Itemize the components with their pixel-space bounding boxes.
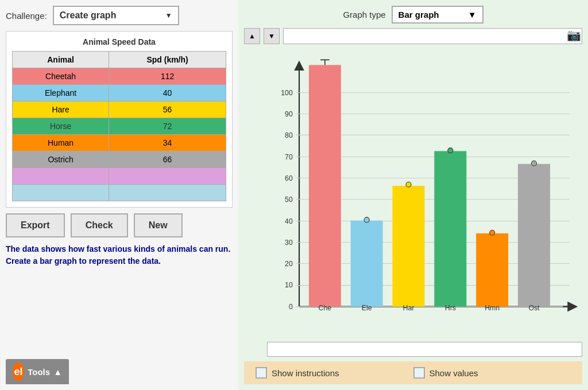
svg-text:70: 70 xyxy=(285,153,293,161)
animal-speed xyxy=(109,185,226,201)
show-values-label: Show values xyxy=(430,368,478,378)
table-row: Ostrich 66 xyxy=(13,151,226,168)
show-values-area: Show values xyxy=(413,367,571,379)
table-row: Hare 56 xyxy=(13,102,226,118)
challenge-value: Create graph xyxy=(60,10,117,21)
svg-point-33 xyxy=(490,230,495,235)
svg-text:100: 100 xyxy=(281,89,293,97)
x-axis-label-input[interactable] xyxy=(267,342,582,357)
bar-ostrich xyxy=(518,164,550,307)
animal-speed: 72 xyxy=(109,118,226,135)
export-button[interactable]: Export xyxy=(6,213,65,237)
show-instructions-area: Show instructions xyxy=(256,367,413,379)
graph-type-arrow-icon: ▼ xyxy=(468,10,477,20)
tools-label: Tools xyxy=(28,367,50,377)
animal-name: Horse xyxy=(13,118,109,135)
svg-point-35 xyxy=(531,161,536,166)
svg-text:Ele: Ele xyxy=(362,304,372,312)
col-header-animal: Animal xyxy=(13,52,109,68)
animal-name: Cheetah xyxy=(13,68,109,85)
graph-controls-area: ▲ ▼ 📷 xyxy=(244,28,582,46)
tools-arrow-icon: ▲ xyxy=(53,367,62,377)
table-row: Human 34 xyxy=(13,135,226,151)
bottom-controls: Show instructions Show values xyxy=(244,361,582,384)
challenge-dropdown[interactable]: Create graph ▼ xyxy=(53,6,179,25)
bar-hare xyxy=(392,186,424,307)
table-row: Cheetah 112 xyxy=(13,68,226,85)
description-text: The data shows how fast various kinds of… xyxy=(6,243,233,267)
animal-name xyxy=(13,185,109,201)
svg-text:Ost: Ost xyxy=(528,304,540,312)
chart-inner: 0 10 20 30 40 50 xyxy=(267,51,582,337)
svg-point-29 xyxy=(406,182,411,187)
graph-type-row: Graph type Bar graph ▼ xyxy=(244,6,582,24)
svg-point-31 xyxy=(448,148,453,153)
challenge-label: Challenge: xyxy=(6,11,47,21)
graph-title-input[interactable] xyxy=(283,28,582,44)
chart-area: 0 10 20 30 40 50 xyxy=(244,51,582,337)
svg-text:Hmn: Hmn xyxy=(485,304,500,312)
new-button[interactable]: New xyxy=(134,213,183,237)
svg-text:0: 0 xyxy=(289,303,293,311)
camera-icon[interactable]: 📷 xyxy=(567,28,581,42)
svg-text:60: 60 xyxy=(285,174,293,182)
table-row xyxy=(13,168,226,185)
svg-text:50: 50 xyxy=(285,196,293,204)
graph-type-dropdown[interactable]: Bar graph ▼ xyxy=(392,6,483,24)
y-axis-label xyxy=(244,51,267,337)
animal-name: Human xyxy=(13,135,109,151)
svg-point-27 xyxy=(364,217,369,223)
x-axis-label-area xyxy=(244,342,582,357)
action-buttons-row: Export Check New xyxy=(6,213,233,237)
bar-horse xyxy=(434,151,466,306)
svg-text:10: 10 xyxy=(285,281,293,289)
svg-text:Hrs: Hrs xyxy=(445,304,456,312)
data-table-container: Animal Speed Data Animal Spd (km/h) Chee… xyxy=(6,31,233,208)
animal-speed xyxy=(109,168,226,185)
animal-speed: 34 xyxy=(109,135,226,151)
animal-speed: 66 xyxy=(109,151,226,168)
svg-text:20: 20 xyxy=(285,260,293,268)
animal-speed: 56 xyxy=(109,102,226,118)
svg-text:90: 90 xyxy=(285,110,293,118)
show-instructions-label: Show instructions xyxy=(272,368,339,378)
table-row: Horse 72 xyxy=(13,118,226,135)
svg-text:Har: Har xyxy=(403,304,415,312)
show-values-checkbox[interactable] xyxy=(413,367,425,379)
col-header-speed: Spd (km/h) xyxy=(109,52,226,68)
svg-text:40: 40 xyxy=(285,217,293,225)
bar-cheetah xyxy=(309,65,341,306)
table-row xyxy=(13,185,226,201)
animal-name: Ostrich xyxy=(13,151,109,168)
show-instructions-checkbox[interactable] xyxy=(256,367,267,379)
animal-speed: 112 xyxy=(109,68,226,85)
check-button[interactable]: Check xyxy=(71,213,128,237)
challenge-dropdown-arrow: ▼ xyxy=(165,11,172,20)
svg-text:80: 80 xyxy=(285,131,293,139)
scroll-down-button[interactable]: ▼ xyxy=(264,28,280,44)
animal-name: Elephant xyxy=(13,85,109,102)
scroll-up-button[interactable]: ▲ xyxy=(244,28,260,44)
data-table: Animal Spd (km/h) Cheetah 112 Elephant 4… xyxy=(12,51,226,201)
svg-text:30: 30 xyxy=(285,239,293,247)
table-title: Animal Speed Data xyxy=(12,37,226,46)
bar-human xyxy=(476,233,508,307)
animal-speed: 40 xyxy=(109,85,226,102)
tools-bar[interactable]: el Tools ▲ xyxy=(6,359,69,384)
animal-name xyxy=(13,168,109,185)
animal-name: Hare xyxy=(13,102,109,118)
graph-type-value: Bar graph xyxy=(399,10,439,20)
graph-type-label: Graph type xyxy=(343,10,385,20)
tools-icon: el xyxy=(13,362,24,381)
bar-chart-svg: 0 10 20 30 40 50 xyxy=(267,51,582,337)
bar-elephant xyxy=(351,220,383,306)
table-row: Elephant 40 xyxy=(13,85,226,102)
svg-text:Che: Che xyxy=(319,304,332,312)
